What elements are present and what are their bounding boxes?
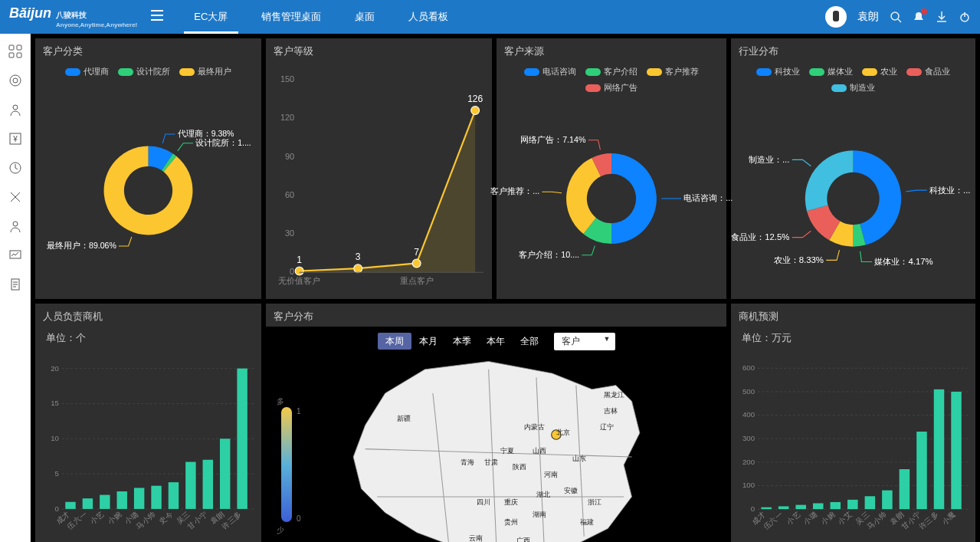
nav-tabs: EC大屏 销售管理桌面 桌面 人员看板 — [177, 0, 465, 34]
svg-text:福建: 福建 — [580, 518, 594, 526]
svg-text:史今: 史今 — [157, 510, 174, 526]
svg-rect-65 — [237, 369, 247, 509]
legend-item[interactable]: 客户介绍 — [585, 66, 637, 77]
legend-item[interactable]: 食品业 — [906, 66, 950, 77]
panel-person-opportunity: 人员负责商机 单位：个 05101520成才伍六一小艺小婉小璐马小帅史今吴三甘小… — [35, 304, 261, 542]
compass-icon[interactable] — [8, 161, 22, 175]
time-tab[interactable]: 本年 — [479, 333, 513, 350]
svg-point-9 — [13, 105, 18, 110]
panel-industry: 行业分布 科技业媒体业农业食品业制造业 科技业：...媒体业：4.17%农业：8… — [731, 38, 975, 299]
legend-item[interactable]: 制造业 — [831, 82, 875, 94]
document-icon[interactable] — [8, 278, 22, 291]
notification-dot — [921, 8, 927, 15]
panel-title: 商机预测 — [731, 304, 975, 327]
svg-text:宁夏: 宁夏 — [500, 447, 514, 455]
search-icon[interactable] — [890, 11, 902, 23]
svg-text:山东: 山东 — [572, 455, 585, 462]
avatar[interactable] — [825, 6, 847, 28]
panel-forecast: 商机预测 单位：万元 0100200300400500600成才伍六一小艺小璐小… — [731, 304, 975, 542]
time-tab[interactable]: 本周 — [378, 333, 411, 350]
svg-text:小艾: 小艾 — [837, 510, 854, 526]
svg-text:黑龙江: 黑龙江 — [604, 391, 624, 399]
download-icon[interactable] — [936, 11, 948, 23]
user-icon[interactable] — [8, 103, 22, 117]
panel-title: 行业分布 — [731, 38, 975, 61]
menu-icon[interactable] — [151, 10, 163, 24]
bar-chart: 0100200300400500600成才伍六一小艺小璐小婉小艾吴三马小帅袁朗甘… — [731, 350, 975, 542]
panel-customer-source: 客户来源 电话咨询客户介绍客户推荐网络广告 电话咨询：...客户介绍：10...… — [497, 38, 726, 299]
map-toolbar: 本周本月本季本年全部 客户 — [266, 327, 726, 353]
legend-item[interactable]: 代理商 — [65, 66, 109, 77]
time-tab[interactable]: 全部 — [513, 333, 546, 350]
svg-text:300: 300 — [742, 434, 755, 442]
china-map[interactable]: 新疆黑龙江吉林辽宁内蒙古北京山西陕西宁夏青海甘肃山东河南四川重庆湖北安徽浙江湖南… — [266, 353, 726, 542]
person-icon[interactable] — [8, 219, 22, 233]
legend-item[interactable]: 客户推荐 — [647, 66, 699, 77]
panel-title: 客户来源 — [497, 38, 726, 61]
panel-customer-grade: 客户等级 0306090120150 137126无价值客户重点客户 — [266, 38, 492, 299]
svg-rect-55 — [65, 502, 75, 509]
svg-text:400: 400 — [742, 410, 755, 419]
legend-item[interactable]: 媒体业 — [809, 66, 853, 77]
svg-text:0: 0 — [290, 267, 294, 276]
svg-rect-59 — [134, 488, 144, 508]
svg-rect-0 — [833, 11, 839, 21]
power-icon[interactable] — [959, 11, 971, 23]
legend-item[interactable]: 网络广告 — [585, 82, 637, 94]
legend-item[interactable]: 电话咨询 — [524, 66, 576, 77]
svg-text:四川: 四川 — [477, 498, 490, 506]
svg-rect-6 — [17, 53, 21, 57]
svg-rect-121 — [865, 496, 876, 509]
svg-rect-124 — [916, 432, 927, 509]
entity-select[interactable]: 客户 — [554, 333, 615, 350]
gradient-hi: 1 — [297, 407, 301, 416]
target-icon[interactable] — [8, 74, 22, 87]
svg-point-26 — [354, 264, 362, 273]
gradient-label-top: 多 — [277, 396, 284, 407]
svg-text:湖南: 湖南 — [532, 511, 546, 518]
legend-item[interactable]: 农业 — [862, 66, 897, 77]
unit-label: 单位：万元 — [731, 327, 975, 350]
svg-text:辽宁: 辽宁 — [600, 423, 614, 431]
svg-text:马小帅: 马小帅 — [134, 510, 157, 531]
tab-desktop[interactable]: 桌面 — [338, 0, 392, 34]
svg-text:20: 20 — [51, 364, 59, 373]
grid-icon[interactable] — [8, 44, 22, 58]
svg-text:500: 500 — [742, 387, 755, 396]
panel-title: 客户等级 — [266, 38, 492, 61]
svg-text:电话咨询：...: 电话咨询：... — [683, 193, 733, 202]
svg-text:设计院所：1....: 设计院所：1.... — [195, 138, 251, 147]
svg-text:陕西: 陕西 — [512, 463, 526, 471]
svg-rect-62 — [185, 462, 195, 509]
svg-text:重点客户: 重点客户 — [400, 276, 434, 285]
svg-rect-115 — [761, 508, 772, 509]
tab-ec-dashboard[interactable]: EC大屏 — [177, 0, 244, 34]
time-tab[interactable]: 本月 — [411, 333, 445, 350]
tab-sales-desktop[interactable]: 销售管理桌面 — [244, 0, 338, 34]
svg-rect-14 — [10, 251, 21, 258]
gradient-label-bottom: 少 — [277, 525, 284, 536]
svg-text:许三多: 许三多 — [917, 510, 940, 531]
svg-rect-126 — [951, 392, 962, 509]
top-bar: Băijun 八骏科技 Anyone,Anytime,Anywhere! EC大… — [0, 0, 980, 34]
tab-personnel-board[interactable]: 人员看板 — [392, 0, 465, 34]
legend-item[interactable]: 科技业 — [756, 66, 800, 77]
username[interactable]: 袁朗 — [857, 10, 879, 24]
svg-text:制造业：...: 制造业：... — [749, 155, 789, 164]
legend-item[interactable]: 设计院所 — [118, 66, 170, 77]
svg-text:5: 5 — [55, 469, 59, 478]
legend-item[interactable]: 最终用户 — [179, 66, 231, 77]
currency-icon[interactable]: ¥ — [8, 132, 22, 146]
svg-text:内蒙古: 内蒙古 — [524, 423, 545, 431]
panel-title: 人员负责商机 — [35, 304, 261, 327]
monitor-icon[interactable] — [8, 248, 22, 262]
tools-icon[interactable] — [8, 190, 22, 204]
svg-rect-60 — [151, 486, 161, 509]
time-tab[interactable]: 本季 — [445, 333, 479, 350]
svg-text:7: 7 — [414, 247, 419, 258]
svg-text:小婉: 小婉 — [106, 510, 123, 526]
svg-rect-125 — [934, 389, 945, 509]
bell-icon[interactable] — [913, 11, 925, 23]
logo-text: Băijun — [9, 5, 51, 21]
svg-text:食品业：12.5%: 食品业：12.5% — [731, 232, 789, 241]
